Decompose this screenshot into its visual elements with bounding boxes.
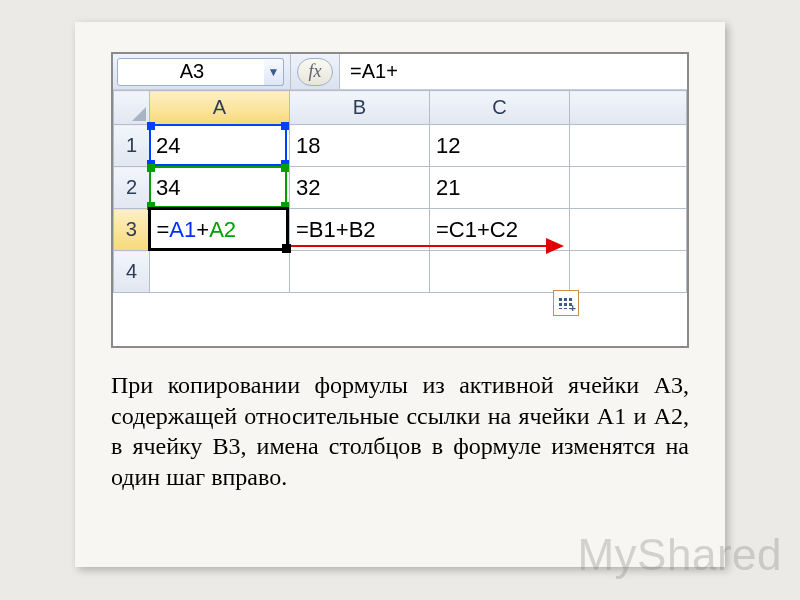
- name-box-dropdown-icon[interactable]: ▼: [264, 58, 284, 86]
- name-box-wrap: A3 ▼: [113, 54, 291, 89]
- cell-A3[interactable]: =A1+A2: [150, 209, 290, 251]
- col-header-B[interactable]: B: [290, 91, 430, 125]
- column-header-row: A B C: [114, 91, 687, 125]
- row-4: 4: [114, 251, 687, 293]
- grid-wrap: A B C 1 24 18 12 2: [113, 90, 687, 293]
- autofill-dots-icon: [558, 297, 574, 309]
- cell-D1[interactable]: [570, 125, 687, 167]
- cell-B1[interactable]: 18: [290, 125, 430, 167]
- fx-button-wrap: fx: [291, 54, 340, 89]
- spreadsheet-grid[interactable]: A B C 1 24 18 12 2: [113, 90, 687, 293]
- cell-C1[interactable]: 12: [430, 125, 570, 167]
- cell-D4[interactable]: [570, 251, 687, 293]
- select-all-corner[interactable]: [114, 91, 150, 125]
- col-header-D[interactable]: [570, 91, 687, 125]
- caption-text: При копировании формулы из активной ячей…: [111, 370, 689, 493]
- cell-D3[interactable]: [570, 209, 687, 251]
- name-box[interactable]: A3: [117, 58, 267, 86]
- slide-frame: A3 ▼ fx =A1+ A B C: [75, 22, 725, 567]
- row-header-3[interactable]: 3: [114, 209, 150, 251]
- autofill-plus-icon: +: [570, 302, 576, 314]
- col-header-C[interactable]: C: [430, 91, 570, 125]
- formula-bar: A3 ▼ fx =A1+: [113, 54, 687, 90]
- cell-B4[interactable]: [290, 251, 430, 293]
- row-3: 3 =A1+A2 =B1+B2 =C1+C2: [114, 209, 687, 251]
- cell-B2[interactable]: 32: [290, 167, 430, 209]
- formula-input[interactable]: =A1+: [340, 54, 687, 89]
- autofill-options-button[interactable]: +: [553, 290, 579, 316]
- row-header-4[interactable]: 4: [114, 251, 150, 293]
- cell-B3[interactable]: =B1+B2: [290, 209, 430, 251]
- cell-A2[interactable]: 34: [150, 167, 290, 209]
- cell-A4[interactable]: [150, 251, 290, 293]
- row-header-2[interactable]: 2: [114, 167, 150, 209]
- row-2: 2 34 32 21: [114, 167, 687, 209]
- cell-D2[interactable]: [570, 167, 687, 209]
- excel-screenshot: A3 ▼ fx =A1+ A B C: [111, 52, 689, 348]
- cell-C2[interactable]: 21: [430, 167, 570, 209]
- cell-A1[interactable]: 24: [150, 125, 290, 167]
- row-1: 1 24 18 12: [114, 125, 687, 167]
- watermark: MyShared: [577, 530, 782, 580]
- col-header-A[interactable]: A: [150, 91, 290, 125]
- row-header-1[interactable]: 1: [114, 125, 150, 167]
- insert-function-button[interactable]: fx: [297, 58, 333, 86]
- cell-C3[interactable]: =C1+C2: [430, 209, 570, 251]
- cell-C4[interactable]: [430, 251, 570, 293]
